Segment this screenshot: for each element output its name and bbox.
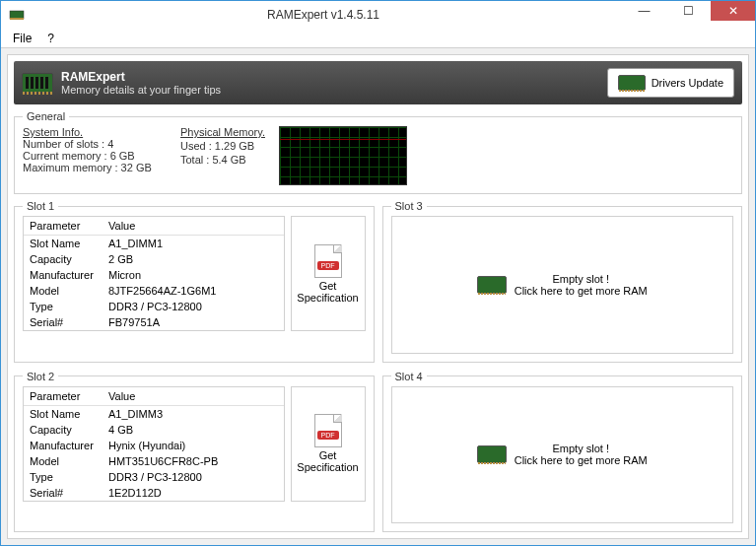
pdf-icon: PDF	[314, 414, 342, 447]
svg-rect-0	[10, 11, 24, 19]
get-spec-label: Get Specification	[296, 280, 361, 304]
sysinfo-heading: System Info.	[23, 126, 171, 138]
col-value: Value	[103, 217, 284, 236]
menu-file[interactable]: File	[5, 30, 39, 47]
table-row: Serial#1E2D112D	[24, 485, 284, 501]
maximize-button[interactable]: ☐	[666, 1, 711, 21]
col-parameter: Parameter	[24, 387, 103, 406]
table-row: Model8JTF25664AZ-1G6M1	[24, 283, 284, 299]
ram-icon	[22, 73, 53, 93]
general-legend: General	[23, 110, 69, 122]
empty-slot-hint: Click here to get more RAM	[515, 454, 648, 466]
num-slots-value: Number of slots : 4	[23, 138, 171, 150]
system-info-block: System Info. Number of slots : 4 Current…	[23, 126, 171, 185]
slot-3-empty-button[interactable]: Empty slot ! Click here to get more RAM	[391, 216, 734, 354]
header-subtitle: Memory details at your finger tips	[61, 84, 221, 96]
slot-1-table: ParameterValue Slot NameA1_DIMM1 Capacit…	[23, 216, 285, 331]
slot-1-group: Slot 1 ParameterValue Slot NameA1_DIMM1 …	[14, 200, 375, 363]
slot-2-group: Slot 2 ParameterValue Slot NameA1_DIMM3 …	[14, 371, 375, 533]
slot-3-legend: Slot 3	[391, 200, 427, 212]
content-area: RAMExpert Memory details at your finger …	[1, 48, 755, 545]
pdf-icon: PDF	[314, 244, 342, 278]
menu-help[interactable]: ?	[39, 30, 62, 47]
slot-1-get-spec-button[interactable]: PDF Get Specification	[291, 216, 366, 331]
close-button[interactable]: ✕	[711, 1, 755, 21]
header-title: RAMExpert	[61, 70, 221, 84]
header-bar: RAMExpert Memory details at your finger …	[14, 61, 742, 104]
table-row: Capacity4 GB	[24, 422, 284, 438]
header-text: RAMExpert Memory details at your finger …	[61, 70, 221, 96]
total-memory-value: Total : 5.4 GB	[180, 154, 269, 166]
table-row: Serial#FB79751A	[24, 314, 284, 330]
window-controls: — ☐ ✕	[622, 1, 755, 29]
slots-grid: Slot 1 ParameterValue Slot NameA1_DIMM1 …	[14, 200, 742, 532]
physmem-heading: Physical Memory.	[180, 126, 269, 138]
slot-1-legend: Slot 1	[23, 200, 58, 212]
empty-slot-title: Empty slot !	[515, 273, 648, 285]
empty-slot-title: Empty slot !	[515, 443, 648, 454]
app-icon	[9, 7, 25, 23]
ram-icon	[477, 276, 507, 294]
window-title: RAMExpert v1.4.5.11	[25, 8, 622, 22]
general-group: General System Info. Number of slots : 4…	[14, 110, 742, 194]
menubar: File ?	[1, 29, 755, 48]
empty-slot-hint: Click here to get more RAM	[515, 285, 648, 297]
table-row: Capacity2 GB	[24, 251, 284, 267]
titlebar: RAMExpert v1.4.5.11 — ☐ ✕	[1, 1, 755, 29]
drivers-update-label: Drivers Update	[652, 77, 723, 89]
svg-rect-1	[10, 18, 24, 20]
slot-2-get-spec-button[interactable]: PDF Get Specification	[291, 386, 366, 502]
table-row: Slot NameA1_DIMM3	[24, 405, 284, 422]
physical-memory-block: Physical Memory. Used : 1.29 GB Total : …	[180, 126, 407, 185]
ram-icon	[618, 75, 646, 91]
table-row: Slot NameA1_DIMM1	[24, 236, 284, 252]
table-row: ManufacturerHynix (Hyundai)	[24, 438, 284, 453]
memory-usage-graph	[279, 126, 407, 185]
drivers-update-button[interactable]: Drivers Update	[607, 68, 734, 98]
col-value: Value	[103, 387, 284, 406]
slot-4-group: Slot 4 Empty slot ! Click here to get mo…	[382, 371, 743, 533]
col-parameter: Parameter	[24, 217, 103, 236]
table-row: TypeDDR3 / PC3-12800	[24, 299, 284, 314]
max-memory-value: Maximum memory : 32 GB	[23, 162, 171, 173]
used-memory-value: Used : 1.29 GB	[180, 140, 269, 152]
slot-4-legend: Slot 4	[391, 371, 427, 382]
minimize-button[interactable]: —	[622, 1, 666, 21]
get-spec-label: Get Specification	[296, 449, 361, 473]
ram-icon	[477, 445, 507, 463]
table-row: TypeDDR3 / PC3-12800	[24, 469, 284, 485]
slot-2-table: ParameterValue Slot NameA1_DIMM3 Capacit…	[23, 386, 285, 502]
main-panel: RAMExpert Memory details at your finger …	[7, 54, 749, 539]
slot-4-empty-button[interactable]: Empty slot ! Click here to get more RAM	[391, 386, 734, 524]
table-row: ModelHMT351U6CFR8C-PB	[24, 453, 284, 469]
table-row: ManufacturerMicron	[24, 267, 284, 283]
current-memory-value: Current memory : 6 GB	[23, 150, 171, 162]
slot-3-group: Slot 3 Empty slot ! Click here to get mo…	[382, 200, 743, 363]
slot-2-legend: Slot 2	[23, 371, 58, 382]
